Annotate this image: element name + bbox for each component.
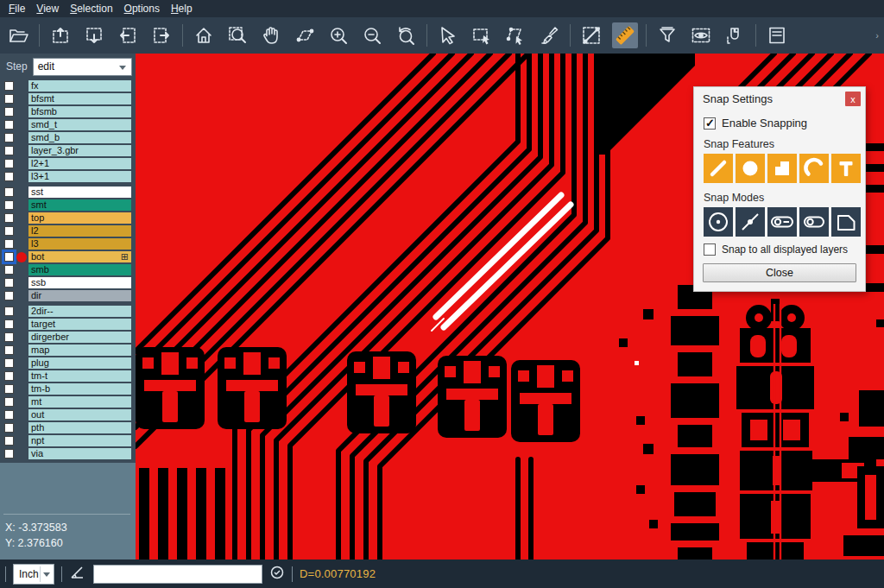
center-snap-icon[interactable] [704, 207, 733, 237]
enable-snapping-checkbox[interactable] [704, 117, 716, 130]
pad-entry-snap-icon[interactable] [767, 207, 797, 237]
layer-row[interactable]: via [0, 447, 136, 460]
layer-visibility-checkbox[interactable] [4, 133, 14, 142]
menu-item[interactable]: Options [123, 1, 169, 16]
layer-cell[interactable]: mt [28, 396, 131, 408]
layer-visibility-checkbox[interactable] [4, 436, 14, 446]
layer-row[interactable]: npt [0, 434, 136, 447]
dialog-close-button[interactable]: x [845, 92, 861, 106]
layer-cell[interactable]: map [28, 345, 131, 356]
zoom-object-button[interactable] [292, 22, 318, 48]
layer-visibility-checkbox[interactable] [4, 307, 14, 316]
layer-visibility-checkbox[interactable] [4, 291, 14, 300]
layer-row[interactable]: smd_t [0, 118, 136, 131]
layer-visibility-checkbox[interactable] [4, 146, 14, 155]
snap-all-layers-checkbox[interactable] [704, 243, 716, 256]
line-icon[interactable] [704, 154, 733, 183]
layer-cell[interactable]: tm-b [28, 383, 131, 395]
view-eye-button[interactable] [688, 22, 714, 48]
layer-row[interactable]: dir [0, 289, 136, 302]
layer-visibility-checkbox[interactable] [4, 358, 14, 368]
layer-row[interactable]: ssb [0, 276, 136, 289]
unit-select[interactable]: Inch [13, 564, 54, 585]
layer-cell[interactable]: bfsmt [28, 93, 131, 104]
layer-cell[interactable]: bfsmb [28, 106, 131, 117]
pcb-canvas[interactable]: Snap Settings x Enable Snapping Snap Fea… [136, 54, 884, 560]
layer-visibility-checkbox[interactable] [4, 252, 14, 262]
layer-visibility-checkbox[interactable] [4, 397, 14, 407]
layer-cell[interactable]: smt [28, 199, 131, 211]
scroll-right-button[interactable] [148, 22, 174, 48]
layer-cell[interactable]: smd_b [28, 132, 131, 143]
open-file-button[interactable] [5, 22, 31, 48]
layer-visibility-checkbox[interactable] [4, 120, 14, 130]
layers-form-button[interactable] [764, 22, 790, 48]
layer-row[interactable]: l2+1 [0, 157, 136, 170]
layer-row[interactable]: map [0, 344, 136, 357]
layer-row[interactable]: 2dir-- [0, 305, 136, 318]
layer-cell[interactable]: smb [28, 264, 131, 275]
layer-visibility-checkbox[interactable] [4, 319, 14, 329]
layer-cell[interactable]: smd_t [28, 119, 131, 130]
layer-row[interactable]: smt [0, 199, 136, 212]
layer-cell[interactable]: tm-t [28, 370, 131, 382]
command-input[interactable] [93, 565, 262, 584]
layer-row[interactable]: plug [0, 357, 136, 370]
layer-visibility-checkbox[interactable] [4, 265, 14, 275]
layer-visibility-checkbox[interactable] [4, 278, 14, 288]
step-select[interactable]: edit [33, 58, 132, 76]
scroll-up-button[interactable] [47, 22, 73, 48]
layer-cell[interactable]: sst [28, 187, 131, 198]
select-polygon-button[interactable] [502, 22, 528, 48]
pad-circle-icon[interactable] [736, 154, 765, 183]
layer-row[interactable]: fx [0, 79, 136, 92]
layer-row[interactable]: bfsmt [0, 92, 136, 105]
layer-row[interactable]: dirgerber [0, 331, 136, 344]
layer-cell[interactable]: l3 [28, 238, 131, 250]
layer-cell[interactable]: npt [28, 435, 131, 446]
layer-row[interactable]: l3+1 [0, 170, 136, 183]
layer-visibility-checkbox[interactable] [4, 200, 14, 210]
layer-cell[interactable]: dirgerber [28, 332, 131, 343]
menu-item[interactable]: File [7, 1, 35, 16]
midpoint-snap-icon[interactable] [736, 207, 765, 237]
layer-cell[interactable]: plug [28, 357, 131, 369]
layer-row[interactable]: tm-t [0, 370, 136, 383]
layer-row[interactable]: sst [0, 186, 136, 199]
layer-visibility-checkbox[interactable] [4, 410, 14, 420]
layer-row[interactable]: out [0, 408, 136, 421]
layer-row[interactable]: top [0, 212, 136, 224]
layer-row[interactable]: smd_b [0, 131, 136, 144]
layer-visibility-checkbox[interactable] [4, 371, 14, 381]
layer-row[interactable]: layer_3.gbr [0, 144, 136, 157]
dialog-close-action-button[interactable]: Close [703, 263, 856, 282]
pan-hand-button[interactable] [258, 22, 284, 48]
layer-visibility-checkbox[interactable] [4, 172, 14, 181]
layer-visibility-checkbox[interactable] [4, 213, 14, 223]
layer-row[interactable]: bot⊞ [0, 250, 136, 263]
layer-visibility-checkbox[interactable] [4, 226, 14, 236]
layer-visibility-checkbox[interactable] [4, 81, 14, 91]
layer-row[interactable]: l3 [0, 237, 136, 250]
layer-visibility-checkbox[interactable] [4, 449, 14, 458]
layer-row[interactable]: mt [0, 395, 136, 408]
scroll-left-button[interactable] [115, 22, 141, 48]
clear-brush-button[interactable] [536, 22, 562, 48]
contour-snap-icon[interactable] [831, 207, 861, 237]
layer-row[interactable]: bfsmb [0, 105, 136, 118]
layer-visibility-checkbox[interactable] [4, 345, 14, 355]
layer-cell[interactable]: bot⊞ [28, 251, 131, 262]
zoom-out-button[interactable] [359, 22, 385, 48]
layer-cell[interactable]: fx [28, 80, 131, 92]
snap-magnet-button[interactable] [722, 22, 748, 48]
layer-visibility-checkbox[interactable] [4, 423, 14, 433]
home-view-button[interactable] [191, 22, 217, 48]
layer-cell[interactable]: pth [28, 422, 131, 433]
measure-line-button[interactable] [578, 22, 604, 48]
layer-cell[interactable]: via [28, 448, 131, 459]
layer-visibility-checkbox[interactable] [4, 187, 14, 197]
zoom-in-button[interactable] [325, 22, 351, 48]
layer-cell[interactable]: l2+1 [28, 158, 131, 169]
layer-cell[interactable]: out [28, 409, 131, 420]
layer-visibility-checkbox[interactable] [4, 332, 14, 342]
